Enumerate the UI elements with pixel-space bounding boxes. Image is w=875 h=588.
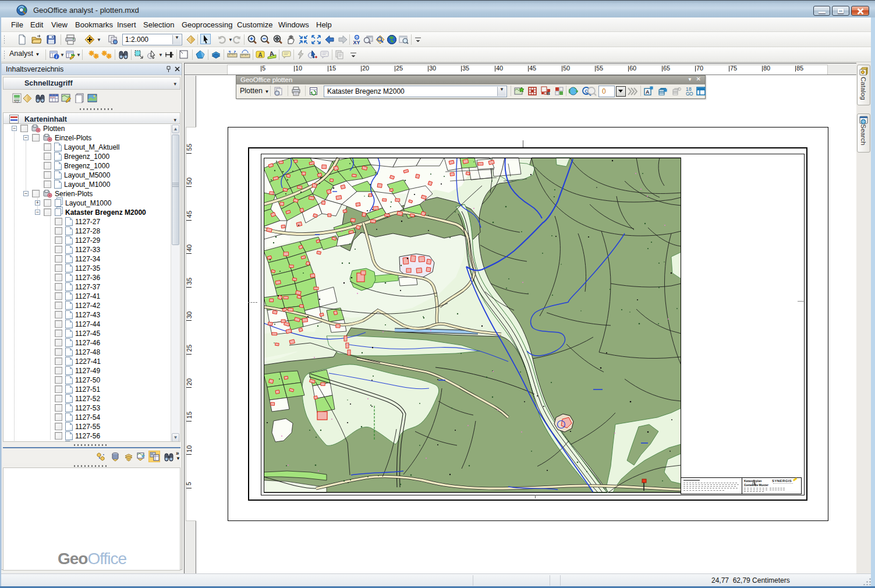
svg-text:XY: XY <box>353 40 360 45</box>
svg-text:O: O <box>689 91 693 96</box>
svg-text:SQL: SQL <box>14 100 20 103</box>
svg-text:A: A <box>269 50 275 58</box>
svg-text:B: B <box>547 91 550 96</box>
svg-text:A: A <box>646 89 650 95</box>
svg-text:A: A <box>258 52 263 58</box>
